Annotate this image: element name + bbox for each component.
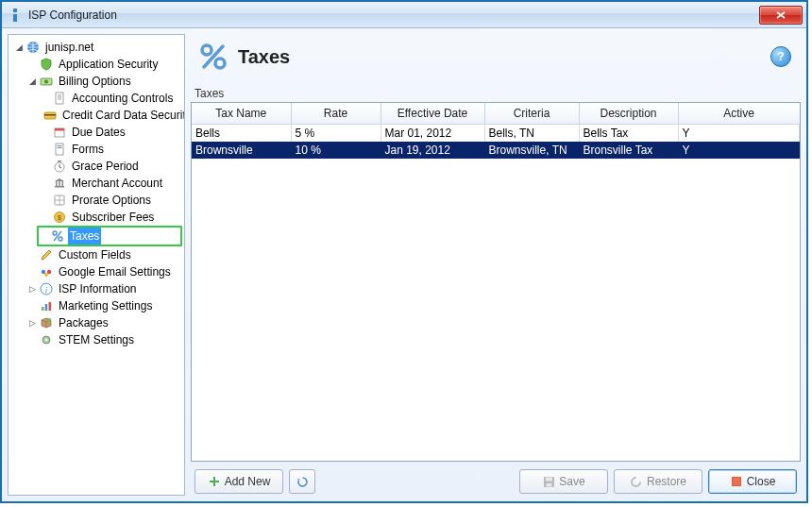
svg-point-23 (59, 237, 62, 241)
col-tax-name[interactable]: Tax Name (192, 103, 291, 125)
window-close-button[interactable] (759, 6, 803, 25)
expand-icon[interactable]: ▷ (27, 284, 37, 294)
refresh-button[interactable] (289, 469, 315, 494)
svg-line-38 (204, 46, 223, 67)
svg-point-37 (215, 59, 225, 68)
tree-item-due-dates[interactable]: Due Dates (39, 124, 182, 141)
svg-rect-43 (546, 483, 551, 487)
add-new-button[interactable]: Add New (195, 469, 283, 494)
svg-line-24 (54, 231, 61, 241)
tree-panel: ◢ junisp.net Application (8, 34, 185, 496)
help-button[interactable]: ? (770, 46, 791, 67)
tree-item-subscriber-fees[interactable]: $Subscriber Fees (39, 209, 182, 226)
tree-item-stem[interactable]: STEM Settings (25, 331, 182, 348)
tree-item-merchant[interactable]: Merchant Account (39, 175, 182, 192)
main-panel: Taxes ? Taxes Tax Name Rate Effective Da… (191, 34, 801, 496)
svg-point-4 (44, 80, 48, 84)
collapse-icon[interactable]: ◢ (14, 42, 24, 52)
table-row[interactable]: Brownsville 10 % Jan 19, 2012 Brownsvill… (192, 142, 800, 159)
svg-rect-7 (44, 114, 56, 116)
tree-item-app-security[interactable]: Application Security (25, 56, 182, 73)
svg-rect-16 (59, 181, 60, 186)
cell-date: Mar 01, 2012 (381, 125, 484, 143)
section-label: Taxes (191, 87, 801, 102)
tree-item-grace[interactable]: Grace Period (39, 158, 182, 175)
cell-desc: Bells Tax (579, 125, 678, 143)
svg-rect-17 (62, 181, 64, 186)
close-button[interactable]: Close (708, 469, 797, 494)
tree-root[interactable]: ◢ junisp.net Application (12, 39, 182, 348)
cell-tax-name: Brownsville (192, 142, 291, 159)
svg-point-35 (45, 339, 48, 342)
gear-icon (39, 332, 54, 347)
col-active[interactable]: Active (678, 103, 800, 125)
cell-rate: 10 % (291, 142, 381, 159)
page-title: Taxes (238, 46, 770, 68)
plus-icon (208, 475, 221, 488)
taxes-grid: Tax Name Rate Effective Date Criteria De… (191, 102, 801, 462)
svg-rect-1 (13, 14, 17, 22)
clock-icon (52, 159, 67, 174)
cell-tax-name: Bells (192, 125, 291, 143)
tree-item-accounting[interactable]: Accounting Controls (39, 90, 182, 107)
svg-rect-5 (56, 93, 63, 104)
grid-header-row: Tax Name Rate Effective Date Criteria De… (192, 103, 800, 125)
svg-rect-0 (13, 8, 17, 12)
percent-icon (50, 228, 65, 244)
cell-criteria: Bells, TN (484, 125, 579, 143)
window-body: ◢ junisp.net Application (2, 28, 806, 501)
cell-criteria: Brownsville, TN (484, 142, 579, 159)
cell-active: Y (678, 125, 800, 143)
svg-rect-15 (56, 181, 58, 186)
tree-item-custom-fields[interactable]: Custom Fields (25, 246, 182, 263)
expand-icon[interactable]: ▷ (27, 318, 37, 328)
cell-desc: Bronsville Tax (579, 142, 678, 159)
tree-item-isp-info[interactable]: ▷iISP Information (25, 280, 182, 297)
prorate-icon (52, 193, 67, 208)
tree-item-forms[interactable]: Forms (39, 141, 182, 158)
table-row[interactable]: Bells 5 % Mar 01, 2012 Bells, TN Bells T… (192, 125, 800, 143)
svg-point-27 (44, 273, 48, 277)
svg-rect-12 (58, 147, 62, 148)
page-header: Taxes ? (191, 34, 801, 87)
svg-rect-40 (210, 481, 219, 482)
col-criteria[interactable]: Criteria (484, 103, 579, 125)
tree-item-prorate[interactable]: Prorate Options (39, 192, 182, 209)
col-rate[interactable]: Rate (291, 103, 381, 125)
card-icon (42, 108, 58, 123)
calendar-icon (52, 125, 67, 140)
tree-item-credit-card[interactable]: Credit Card Data Security (39, 107, 182, 124)
document-icon (52, 91, 67, 106)
col-effective-date[interactable]: Effective Date (381, 103, 484, 125)
svg-rect-9 (55, 128, 64, 131)
window-title: ISP Configuration (28, 8, 759, 22)
package-icon (39, 315, 54, 330)
svg-rect-31 (45, 304, 48, 311)
tree-item-google-email[interactable]: Google Email Settings (25, 263, 182, 280)
undo-icon (630, 475, 643, 488)
config-window: ISP Configuration ◢ junisp.net (0, 0, 808, 503)
tree-item-marketing[interactable]: Marketing Settings (25, 297, 182, 314)
tree-item-taxes[interactable]: Taxes (39, 226, 182, 246)
save-button[interactable]: Save (519, 469, 608, 494)
close-icon (730, 475, 743, 488)
tree-item-billing[interactable]: ◢ Billing Options Accounting Controls Cr… (25, 73, 182, 246)
svg-point-33 (47, 318, 51, 322)
bank-icon (52, 176, 67, 191)
svg-rect-32 (49, 302, 52, 311)
col-description[interactable]: Description (579, 103, 678, 125)
google-icon (39, 264, 54, 279)
tree-item-packages[interactable]: ▷Packages (25, 314, 182, 331)
cell-rate: 5 % (291, 125, 381, 143)
chart-icon (39, 298, 54, 313)
svg-point-22 (53, 231, 57, 235)
refresh-icon (296, 475, 309, 488)
svg-point-36 (202, 45, 211, 55)
form-icon (52, 142, 67, 157)
app-icon (8, 8, 23, 23)
shield-icon (39, 57, 54, 72)
info-icon: i (39, 281, 54, 296)
restore-button[interactable]: Restore (614, 469, 702, 494)
collapse-icon[interactable]: ◢ (27, 76, 37, 86)
svg-rect-42 (546, 477, 552, 481)
